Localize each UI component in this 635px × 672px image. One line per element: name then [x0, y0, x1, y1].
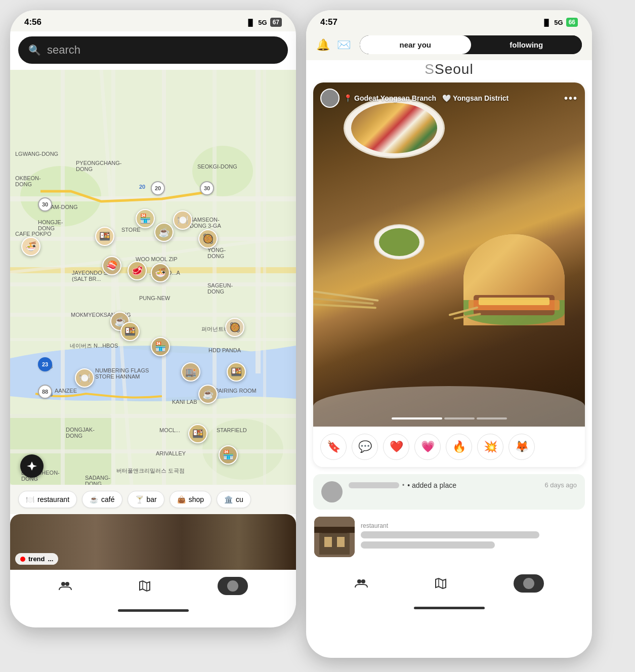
map-area[interactable]: LGWANG-DONG PYEONGCHANG-DONG OKBEON-DONG…	[10, 70, 296, 485]
right-signal-icon: ▐▌	[542, 19, 551, 26]
post-card: 📍 Godeat Yongsan Branch 🤍 Yongsan Distri…	[313, 82, 585, 467]
map-pin-16[interactable]: 🍱	[227, 362, 246, 382]
map-label-okbeon: OKBEON-DONG	[15, 175, 41, 187]
nav-pill	[218, 577, 248, 595]
nav-map[interactable]	[138, 579, 152, 593]
reaction-fire[interactable]: 🔥	[446, 434, 472, 460]
reaction-love[interactable]: 💗	[414, 434, 441, 460]
reaction-bookmark[interactable]: 🔖	[320, 434, 347, 460]
map-label-lgwang: LGWANG-DONG	[15, 151, 58, 157]
map-pin-1[interactable]: 🍜	[21, 237, 40, 256]
map-label-kani: KANI LAB	[172, 399, 197, 405]
map-label-numbering: NUMBERING FLAGSSTORE HANNAM	[95, 367, 149, 380]
map-label-aanzee: AANZEE	[55, 388, 77, 394]
map-pin-17[interactable]: ☕	[198, 385, 218, 404]
route-badge-30b: 30	[200, 181, 214, 195]
right-nav-people[interactable]	[354, 576, 368, 591]
activity-item: • • added a place 6 days ago	[313, 474, 585, 510]
map-pin-12[interactable]: 🍱	[120, 322, 140, 341]
map-pin-3[interactable]: 🏪	[136, 209, 155, 228]
activity-user-line: • • added a place	[349, 481, 538, 489]
svg-point-33	[361, 579, 365, 583]
map-label-neighbors: 네이버즈 N...HBOS	[70, 342, 118, 350]
map-pin-8[interactable]: 🥩	[128, 261, 147, 280]
svg-rect-8	[10, 282, 296, 286]
place-name-bar-1	[361, 531, 539, 538]
tab-near-you[interactable]: near you	[360, 35, 471, 54]
search-icon: 🔍	[28, 44, 41, 56]
map-pin-13[interactable]: 🏪	[151, 337, 170, 356]
left-phone: 4:56 ▐▌ 5G 67 🔍 search	[10, 10, 296, 627]
map-label-route20: 20	[139, 184, 145, 190]
svg-rect-9	[10, 313, 296, 317]
right-nav-profile[interactable]	[514, 574, 544, 593]
right-status-icons: ▐▌ 5G 66	[542, 18, 578, 27]
mail-icon[interactable]: ✉️	[337, 38, 351, 52]
svg-rect-27	[319, 532, 350, 555]
bar-icon: 🍸	[135, 495, 144, 503]
map-pin-19[interactable]: 🏪	[219, 445, 238, 465]
svg-rect-7	[10, 237, 296, 241]
map-label-pyeong: PYEONGCHANG-DONG	[76, 160, 121, 172]
activity-avatar	[321, 481, 343, 502]
search-placeholder: search	[47, 44, 80, 57]
heart-icon: 🤍	[442, 94, 451, 102]
map-label-samseon: SAMSEON-DONG 3-GA	[190, 217, 221, 229]
map-pin-18[interactable]: 🍱	[188, 424, 207, 443]
nav-profile[interactable]	[218, 577, 248, 595]
right-phone: 4:57 ▐▌ 5G 66 🔔 ✉️ near you following SS…	[306, 10, 592, 658]
left-status-icons: ▐▌ 5G 67	[246, 18, 282, 27]
place-preview[interactable]: restaurant	[306, 517, 592, 557]
map-label-dongjak: DONGJAK-DONG	[66, 427, 95, 439]
reaction-fox[interactable]: 🦊	[509, 434, 535, 460]
map-pin-4[interactable]: ☕	[154, 223, 174, 242]
bell-icon[interactable]: 🔔	[316, 38, 330, 52]
map-label-pairing: PAIRING ROOM	[215, 388, 257, 394]
map-pin-5[interactable]: 🍽️	[173, 211, 192, 230]
map-label-starfield: STARFIELD	[217, 427, 247, 433]
svg-rect-11	[10, 414, 296, 418]
reaction-heart[interactable]: ❤️	[383, 434, 409, 460]
map-label-hdd: HDD PANDA	[208, 347, 241, 353]
map-pin-15[interactable]: 🏬	[181, 362, 200, 382]
svg-point-22	[61, 582, 65, 586]
scroll-dot-1	[392, 417, 442, 419]
category-shop[interactable]: 👜 shop	[170, 491, 211, 508]
category-cu[interactable]: 🏛️ cu	[217, 491, 251, 508]
location-pin-icon: 📍	[344, 94, 352, 102]
svg-point-32	[357, 579, 361, 583]
right-nav-map[interactable]	[434, 576, 448, 591]
post-overlay-header: 📍 Godeat Yongsan Branch 🤍 Yongsan Distri…	[320, 89, 578, 108]
map-pin-2[interactable]: 🍱	[95, 227, 114, 246]
more-options-button[interactable]: •••	[564, 93, 578, 104]
tab-toggle: near you following	[360, 35, 582, 54]
right-bottom-nav	[306, 567, 592, 603]
reaction-comment[interactable]: 💬	[352, 434, 378, 460]
activity-time: 6 days ago	[544, 481, 577, 489]
right-network-type: 5G	[554, 19, 563, 26]
battery-badge: 67	[270, 18, 282, 27]
category-bar[interactable]: 🍸 bar	[128, 491, 164, 508]
left-time: 4:56	[24, 17, 41, 27]
svg-rect-28	[324, 537, 332, 547]
map-pin-14[interactable]: 🍽️	[75, 368, 94, 388]
search-bar[interactable]: 🔍 search	[18, 36, 288, 64]
reaction-burst[interactable]: 💥	[477, 434, 503, 460]
post-image-container: 📍 Godeat Yongsan Branch 🤍 Yongsan Distri…	[313, 82, 585, 427]
bottom-preview[interactable]: trend...	[10, 514, 296, 570]
nav-people[interactable]	[58, 579, 72, 593]
map-label-sageun: SAGEUN-DONG	[207, 282, 233, 295]
map-pin-6[interactable]: 🥘	[198, 229, 218, 248]
map-pin-7[interactable]: 🍣	[102, 256, 121, 275]
category-tabs: 🍽️ restaurant ☕ café 🍸 bar 👜 shop 🏛️ cu	[10, 485, 296, 514]
category-cafe[interactable]: ☕ café	[82, 491, 122, 508]
city-label: SSeoul	[306, 60, 592, 82]
map-pin-10[interactable]: 🥘	[225, 318, 244, 337]
location-button[interactable]	[20, 454, 44, 478]
map-label-seokgi: SEOKGI-DONG	[197, 163, 237, 170]
map-pin-9[interactable]: 🍜	[151, 263, 170, 282]
post-location-name: 📍 Godeat Yongsan Branch 🤍 Yongsan Distri…	[344, 94, 509, 102]
svg-rect-29	[337, 537, 345, 547]
category-restaurant[interactable]: 🍽️ restaurant	[18, 491, 77, 508]
tab-following[interactable]: following	[471, 35, 582, 54]
